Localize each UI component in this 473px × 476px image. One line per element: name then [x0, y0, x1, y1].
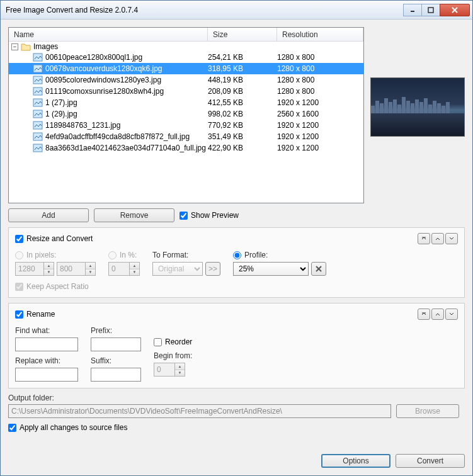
output-row: Output folder: Browse — [8, 394, 465, 418]
file-list-panel: Name Size Resolution − Images 00610peace… — [8, 27, 364, 203]
file-list-header: Name Size Resolution — [9, 28, 363, 42]
percent-input[interactable] — [108, 262, 130, 276]
preview-image — [370, 77, 465, 137]
file-size: 412,55 KB — [208, 98, 277, 107]
image-file-icon — [33, 64, 43, 73]
reorder-checkbox[interactable]: Reorder — [154, 337, 192, 346]
options-button[interactable]: Options — [321, 454, 390, 468]
rename-enable-input[interactable] — [15, 310, 23, 319]
begin-from-label: Begin from: — [154, 351, 192, 360]
file-name: 4efd9a0adcffbff49cda8d8cfb87f872_full.jp… — [45, 132, 208, 141]
window-controls — [404, 4, 470, 16]
prefix-input[interactable] — [91, 337, 141, 351]
image-file-icon — [33, 132, 43, 141]
resize-enable-input[interactable] — [15, 235, 23, 243]
replace-with-input[interactable] — [15, 368, 78, 382]
section-up-button[interactable] — [431, 233, 444, 244]
rename-enable-checkbox[interactable]: Rename — [15, 310, 55, 319]
file-row[interactable]: 4efd9a0adcffbff49cda8d8cfb87f872_full.jp… — [9, 131, 363, 142]
output-folder-label: Output folder: — [8, 394, 54, 402]
file-size: 998,02 KB — [208, 110, 277, 118]
apply-all-checkbox[interactable]: Apply all changes to source files — [8, 423, 465, 432]
profile-delete-button[interactable] — [311, 262, 326, 276]
file-size: 422,90 KB — [208, 144, 277, 152]
section-up-button[interactable] — [431, 309, 444, 320]
column-resolution[interactable]: Resolution — [277, 28, 363, 41]
file-size: 770,92 KB — [208, 121, 277, 130]
file-name: 1 (29).jpg — [45, 110, 208, 118]
file-row[interactable]: 8aa3663d1ae40214623ae034d77104a0_full.jp… — [9, 142, 363, 154]
percent-spinner[interactable]: ▲▼ — [130, 262, 140, 276]
rename-section: Rename Find what: Replace with: Prefix: — [8, 303, 465, 388]
convert-button[interactable]: Convert — [396, 454, 465, 468]
height-spinner[interactable]: ▲▼ — [86, 262, 96, 276]
image-file-icon — [33, 53, 43, 62]
in-pixels-radio[interactable]: In pixels: — [15, 251, 96, 259]
format-more-button[interactable]: >> — [205, 262, 220, 276]
file-list-body[interactable]: − Images 00610peace1280x800ql1.jpg254,21… — [9, 42, 363, 203]
image-file-icon — [33, 87, 43, 96]
find-what-label: Find what: — [15, 326, 78, 335]
file-name: 01119comoxsunrise1280x8wh4.jpg — [45, 87, 208, 96]
prefix-label: Prefix: — [91, 326, 141, 335]
browse-button[interactable]: Browse — [396, 404, 459, 418]
file-size: 254,21 KB — [208, 53, 277, 62]
profile-select[interactable]: 25% — [233, 262, 309, 276]
file-resolution: 1920 x 1200 — [277, 121, 363, 130]
width-input[interactable] — [15, 262, 44, 276]
begin-from-spinner[interactable]: ▲▼ — [175, 363, 185, 377]
in-percent-radio[interactable]: In %: — [108, 251, 140, 259]
file-resolution: 1920 x 1200 — [277, 132, 363, 141]
file-row[interactable]: 1 (29).jpg998,02 KB2560 x 1600 — [9, 108, 363, 120]
format-select[interactable]: Original — [152, 262, 203, 276]
file-row[interactable]: 00678vancouverdusk1280xqk6.jpg318,95 KB1… — [9, 63, 363, 74]
titlebar: Free Image Convert and Resize 2.0.7.4 — [1, 1, 472, 20]
show-preview-input[interactable] — [180, 212, 188, 220]
image-file-icon — [33, 98, 43, 107]
file-name: 00610peace1280x800ql1.jpg — [45, 53, 208, 62]
resize-section: Resize and Convert In pixels: ▲▼ ▲▼ — [8, 227, 465, 298]
svg-rect-1 — [428, 8, 433, 13]
close-button[interactable] — [440, 4, 470, 16]
section-top-button[interactable] — [418, 309, 430, 320]
file-size: 448,19 KB — [208, 76, 277, 84]
column-name[interactable]: Name — [9, 28, 208, 41]
maximize-button[interactable] — [421, 4, 440, 16]
find-what-input[interactable] — [15, 337, 78, 351]
file-resolution: 1280 x 800 — [277, 76, 363, 84]
width-spinner[interactable]: ▲▼ — [44, 262, 54, 276]
image-file-icon — [33, 76, 43, 84]
begin-from-input[interactable] — [154, 363, 175, 377]
add-button[interactable]: Add — [8, 208, 89, 222]
file-row[interactable]: 01119comoxsunrise1280x8wh4.jpg208,09 KB1… — [9, 86, 363, 97]
file-row[interactable]: 1 (27).jpg412,55 KB1920 x 1200 — [9, 97, 363, 108]
tree-collapse-icon[interactable]: − — [11, 43, 18, 50]
tree-root[interactable]: − Images — [9, 42, 363, 52]
section-top-button[interactable] — [418, 233, 430, 244]
profile-radio[interactable]: Profile: — [233, 251, 326, 259]
folder-icon — [21, 42, 31, 51]
height-input[interactable] — [57, 262, 86, 276]
section-down-button[interactable] — [445, 233, 458, 244]
show-preview-checkbox[interactable]: Show Preview — [180, 211, 239, 220]
section-down-button[interactable] — [445, 309, 458, 320]
column-size[interactable]: Size — [208, 28, 277, 41]
file-name: 00678vancouverdusk1280xqk6.jpg — [45, 64, 208, 73]
suffix-input[interactable] — [91, 368, 141, 382]
file-resolution: 1280 x 800 — [277, 53, 363, 62]
resize-enable-checkbox[interactable]: Resize and Convert — [15, 234, 93, 243]
output-folder-input[interactable] — [8, 404, 391, 418]
file-name: 1 (27).jpg — [45, 98, 208, 107]
file-row[interactable]: 00895coloredwindows1280ye3.jpg448,19 KB1… — [9, 74, 363, 86]
file-name: 1189848763_1231.jpg — [45, 121, 208, 130]
to-format-label: To Format: — [152, 251, 220, 259]
file-row[interactable]: 1189848763_1231.jpg770,92 KB1920 x 1200 — [9, 120, 363, 131]
file-resolution: 1920 x 1200 — [277, 144, 363, 152]
keep-aspect-checkbox[interactable]: Keep Aspect Ratio — [15, 282, 96, 291]
image-file-icon — [33, 144, 43, 152]
replace-with-label: Replace with: — [15, 356, 78, 365]
minimize-button[interactable] — [403, 4, 422, 16]
content-area: Name Size Resolution − Images 00610peace… — [1, 20, 472, 475]
file-row[interactable]: 00610peace1280x800ql1.jpg254,21 KB1280 x… — [9, 52, 363, 63]
remove-button[interactable]: Remove — [94, 208, 174, 222]
